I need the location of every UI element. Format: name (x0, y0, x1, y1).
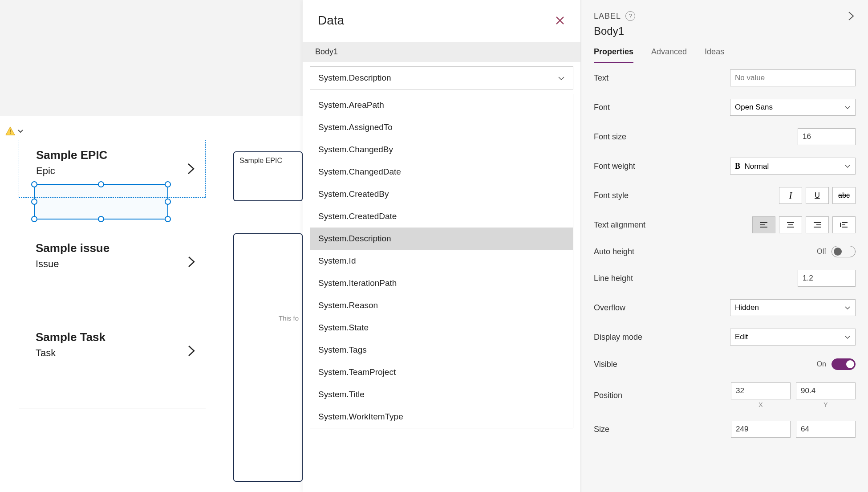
resize-handle[interactable] (98, 216, 104, 222)
prop-lineheight-input[interactable] (798, 270, 856, 287)
data-body-label: Body1 (303, 42, 580, 62)
properties-panel: LABEL ? Body1 Properties Advanced Ideas … (581, 0, 868, 492)
separator (19, 319, 206, 319)
autoheight-toggle[interactable] (831, 246, 856, 257)
data-field-dropdown[interactable]: System.Description (310, 66, 573, 89)
strikethrough-button[interactable]: abc (832, 187, 856, 204)
prop-fontweight-label: Font weight (594, 162, 635, 171)
chevron-right-icon[interactable] (186, 345, 197, 357)
preview-card-title: Sample EPIC (234, 152, 302, 165)
prop-overflow-select[interactable]: Hidden (730, 299, 856, 316)
preview-card-text: This fo (234, 234, 302, 322)
data-option[interactable]: System.AssignedTo (310, 116, 573, 138)
chevron-right-icon[interactable] (186, 256, 197, 268)
help-icon[interactable]: ? (625, 11, 635, 21)
data-option[interactable]: System.Reason (310, 294, 573, 317)
italic-button[interactable]: I (779, 187, 802, 204)
prop-autoheight-label: Auto height (594, 247, 634, 256)
props-label-header: LABEL (594, 12, 621, 21)
chevron-down-icon (558, 73, 565, 83)
gallery-item-title: Sample EPIC (36, 148, 107, 162)
data-panel-title: Data (318, 13, 344, 28)
x-label: X (758, 401, 763, 408)
prop-size-label: Size (594, 425, 609, 434)
selected-body-label[interactable] (34, 184, 168, 220)
canvas-area: ! Sample EPIC Epic Sample issue Issue Sa… (0, 0, 303, 492)
chevron-right-icon[interactable] (847, 11, 856, 21)
tab-advanced[interactable]: Advanced (651, 47, 687, 63)
gallery-item-subtitle: Epic (36, 165, 55, 177)
visible-toggle[interactable] (831, 358, 856, 370)
prop-fontsize-input[interactable] (798, 128, 856, 145)
chevron-down-icon[interactable] (17, 127, 24, 134)
dropdown-value: System.Description (318, 73, 391, 83)
gallery-item-task[interactable]: Sample Task Task (19, 322, 206, 380)
props-element-name: Body1 (581, 21, 868, 37)
preview-card-epic[interactable]: Sample EPIC (233, 151, 303, 201)
chevron-down-icon (844, 303, 851, 312)
position-x-input[interactable] (731, 382, 791, 399)
chevron-down-icon (844, 162, 851, 171)
gallery-item-subtitle: Issue (36, 258, 59, 270)
data-option[interactable]: System.Id (310, 250, 573, 272)
size-height-input[interactable] (796, 421, 856, 438)
prop-displaymode-select[interactable]: Edit (730, 329, 856, 346)
data-option[interactable]: System.CreatedBy (310, 183, 573, 205)
close-icon[interactable] (555, 15, 565, 26)
prop-text-input[interactable] (730, 69, 856, 86)
data-option-selected[interactable]: System.Description (310, 228, 573, 250)
resize-handle[interactable] (31, 181, 37, 187)
align-justify-button[interactable] (832, 216, 856, 233)
prop-visible-label: Visible (594, 360, 617, 369)
tab-properties[interactable]: Properties (594, 47, 633, 63)
svg-text:!: ! (9, 128, 11, 135)
prop-font-label: Font (594, 103, 610, 112)
warning-indicator[interactable]: ! (5, 126, 24, 135)
data-option[interactable]: System.CreatedDate (310, 205, 573, 228)
tab-ideas[interactable]: Ideas (705, 47, 724, 63)
align-right-button[interactable] (806, 216, 829, 233)
gallery-item-title: Sample issue (36, 241, 110, 255)
prop-lineheight-label: Line height (594, 274, 633, 283)
chevron-right-icon[interactable] (186, 163, 196, 175)
prop-fontsize-label: Font size (594, 132, 626, 142)
prop-fontstyle-label: Font style (594, 191, 629, 200)
data-option[interactable]: System.AreaPath (310, 94, 573, 116)
resize-handle[interactable] (165, 216, 171, 222)
gallery-item-issue[interactable]: Sample issue Issue (19, 233, 206, 291)
position-y-input[interactable] (796, 382, 856, 399)
props-tabs: Properties Advanced Ideas (581, 37, 868, 63)
align-center-button[interactable] (779, 216, 802, 233)
y-label: Y (823, 401, 827, 408)
prop-fontweight-select[interactable]: B Normal (730, 158, 856, 175)
chevron-down-icon (844, 333, 851, 342)
prop-font-select[interactable]: Open Sans (730, 99, 856, 116)
data-option[interactable]: System.IterationPath (310, 272, 573, 294)
data-option[interactable]: System.WorkItemType (310, 406, 573, 428)
data-option[interactable]: System.Tags (310, 339, 573, 361)
resize-handle[interactable] (165, 199, 171, 205)
resize-handle[interactable] (98, 181, 104, 187)
prop-overflow-label: Overflow (594, 303, 625, 313)
resize-handle[interactable] (31, 199, 37, 205)
prop-text-label: Text (594, 73, 608, 83)
data-option[interactable]: System.Title (310, 383, 573, 406)
warning-icon: ! (5, 126, 15, 135)
underline-button[interactable]: U (806, 187, 829, 204)
align-left-button[interactable] (752, 216, 775, 233)
gallery-item-subtitle: Task (36, 347, 56, 359)
separator (19, 408, 206, 408)
resize-handle[interactable] (165, 181, 171, 187)
data-option[interactable]: System.ChangedBy (310, 138, 573, 161)
size-width-input[interactable] (731, 421, 791, 438)
chevron-down-icon (844, 103, 851, 112)
toggle-on-label: On (817, 360, 826, 368)
data-option[interactable]: System.TeamProject (310, 361, 573, 383)
data-panel: Data Body1 System.Description System.Are… (303, 0, 581, 492)
canvas-header-region (0, 0, 303, 116)
data-option[interactable]: System.ChangedDate (310, 161, 573, 183)
preview-card-form[interactable]: This fo (233, 233, 303, 482)
data-option[interactable]: System.State (310, 317, 573, 339)
resize-handle[interactable] (31, 216, 37, 222)
prop-position-label: Position (594, 391, 622, 400)
